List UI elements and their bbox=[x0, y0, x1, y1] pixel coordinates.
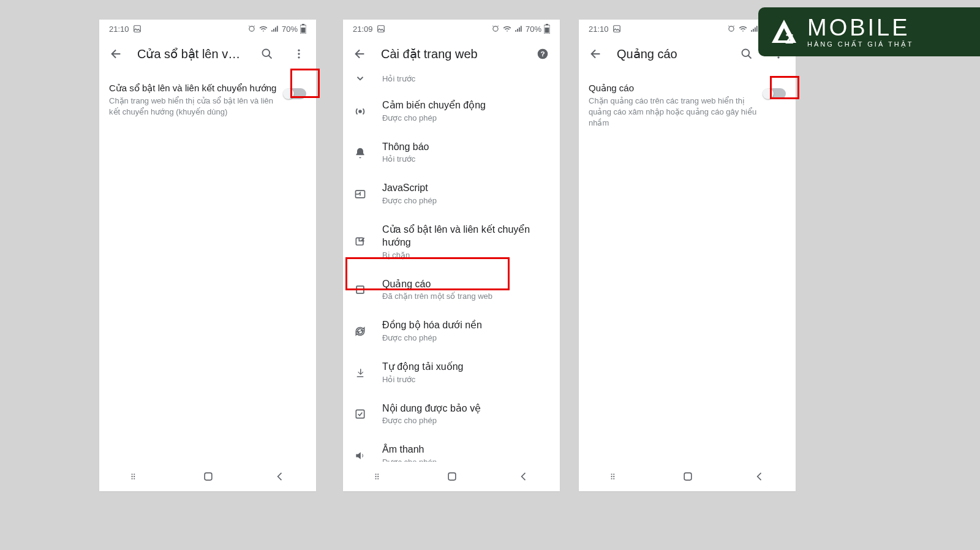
site-settings-list: Hỏi trước Cảm biến chuyển động Được cho … bbox=[343, 70, 560, 462]
svg-point-28 bbox=[777, 56, 779, 58]
home-button[interactable] bbox=[446, 470, 458, 483]
list-item-javascript[interactable]: JavaScript Được cho phép bbox=[343, 173, 560, 215]
list-item[interactable]: Hỏi trước bbox=[343, 70, 560, 91]
recents-button[interactable] bbox=[129, 470, 143, 483]
alarm-icon bbox=[727, 24, 736, 33]
search-icon bbox=[741, 48, 753, 60]
setting-subtitle: Chặn trang web hiển thị cửa sổ bật lên v… bbox=[109, 96, 279, 118]
setting-subtitle: Chặn quảng cáo trên các trang web hiển t… bbox=[589, 96, 759, 129]
motion-icon bbox=[353, 105, 367, 118]
popup-icon bbox=[354, 236, 366, 248]
phone-screen-3: 21:10 70% Quảng cáo Quảng cáo Chặn quảng… bbox=[579, 20, 796, 491]
popup-setting-row[interactable]: Cửa sổ bật lên và liên kết chuyển hướng … bbox=[109, 76, 306, 124]
svg-rect-11 bbox=[546, 24, 548, 25]
back-arrow-icon bbox=[110, 47, 123, 61]
highlight-box bbox=[290, 69, 320, 98]
signal-icon bbox=[514, 24, 523, 33]
back-button[interactable] bbox=[105, 43, 127, 65]
image-icon bbox=[377, 24, 385, 33]
nav-back-button[interactable] bbox=[274, 470, 286, 483]
check-box-icon bbox=[354, 408, 366, 420]
recents-button[interactable] bbox=[373, 470, 386, 483]
page-title: Quảng cáo bbox=[617, 47, 726, 61]
status-bar: 21:09 70% bbox=[343, 20, 560, 38]
nav-bar bbox=[579, 462, 796, 491]
help-button[interactable]: ? bbox=[532, 43, 554, 65]
ads-setting-row[interactable]: Quảng cáo Chặn quảng cáo trên các trang … bbox=[589, 76, 786, 135]
battery-percent: 70% bbox=[526, 24, 541, 34]
svg-rect-12 bbox=[545, 28, 549, 33]
brand-logo-icon: Z bbox=[767, 15, 801, 49]
list-item-sub: Được cho phép bbox=[382, 113, 550, 124]
svg-rect-3 bbox=[301, 28, 306, 33]
list-item-sound[interactable]: Âm thanh Được cho phép bbox=[343, 435, 560, 462]
search-button[interactable] bbox=[736, 43, 758, 65]
more-button[interactable] bbox=[288, 43, 310, 65]
back-button[interactable] bbox=[585, 43, 607, 65]
nav-bar bbox=[99, 462, 316, 491]
list-item-notifications[interactable]: Thông báo Hỏi trước bbox=[343, 132, 560, 174]
status-time: 21:10 bbox=[589, 24, 609, 34]
home-button[interactable] bbox=[682, 470, 694, 483]
more-vert-icon bbox=[293, 48, 305, 60]
svg-point-6 bbox=[298, 53, 300, 55]
list-item-motion[interactable]: Cảm biến chuyển động Được cho phép bbox=[343, 91, 560, 132]
status-bar: 21:10 70% bbox=[99, 20, 316, 38]
home-button[interactable] bbox=[202, 470, 214, 483]
nav-back-button[interactable] bbox=[518, 470, 530, 483]
list-item-title: Âm thanh bbox=[382, 443, 550, 456]
highlight-box bbox=[770, 76, 799, 99]
list-item-title: Tự động tải xuống bbox=[382, 361, 550, 374]
signal-icon bbox=[271, 24, 279, 33]
list-item-sub: Được cho phép bbox=[382, 458, 550, 462]
status-time: 21:10 bbox=[109, 24, 129, 34]
list-item-title: Nội dung được bảo vệ bbox=[382, 402, 550, 415]
search-button[interactable] bbox=[256, 43, 278, 65]
svg-point-4 bbox=[263, 50, 270, 57]
svg-text:?: ? bbox=[540, 50, 545, 58]
svg-rect-8 bbox=[205, 473, 212, 480]
image-icon bbox=[612, 24, 621, 33]
chevron-down-icon bbox=[355, 73, 366, 84]
list-item-title: JavaScript bbox=[382, 182, 550, 195]
back-button[interactable] bbox=[349, 43, 371, 65]
battery-percent: 70% bbox=[282, 24, 298, 34]
svg-rect-21 bbox=[613, 26, 620, 32]
svg-rect-19 bbox=[356, 410, 364, 418]
svg-rect-2 bbox=[302, 24, 304, 25]
recents-button[interactable] bbox=[609, 470, 622, 483]
phone-screen-1: 21:10 70% Cửa sổ bật lên và liê... Cửa s… bbox=[99, 20, 316, 491]
app-bar: Cài đặt trang web ? bbox=[343, 38, 560, 70]
list-item-title: Đồng bộ hóa dưới nền bbox=[382, 319, 550, 332]
setting-title: Cửa sổ bật lên và liên kết chuyển hướng bbox=[109, 82, 279, 94]
battery-icon bbox=[300, 24, 306, 34]
sync-icon bbox=[354, 325, 366, 337]
svg-text:Z: Z bbox=[785, 31, 793, 47]
list-item-protected[interactable]: Nội dung được bảo vệ Được cho phép bbox=[343, 394, 560, 435]
svg-rect-0 bbox=[134, 26, 140, 32]
wifi-icon bbox=[258, 24, 268, 33]
svg-point-25 bbox=[742, 50, 750, 57]
setting-title: Quảng cáo bbox=[589, 82, 759, 94]
list-item-sub: Hỏi trước bbox=[382, 74, 550, 85]
alarm-icon bbox=[491, 24, 500, 33]
nav-back-button[interactable] bbox=[753, 470, 766, 483]
svg-rect-29 bbox=[684, 473, 692, 480]
svg-rect-9 bbox=[377, 26, 384, 32]
app-bar: Cửa sổ bật lên và liê... bbox=[99, 38, 316, 70]
svg-point-15 bbox=[359, 110, 361, 113]
svg-rect-20 bbox=[448, 473, 456, 480]
battery-icon bbox=[544, 24, 550, 34]
wifi-icon bbox=[738, 24, 748, 33]
list-item-download[interactable]: Tự động tải xuống Hỏi trước bbox=[343, 352, 560, 394]
list-item-title: Cửa sổ bật lên và liên kết chuyển hướng bbox=[382, 224, 550, 249]
javascript-icon bbox=[354, 188, 366, 200]
sound-icon bbox=[354, 450, 366, 462]
page-title: Cài đặt trang web bbox=[381, 47, 522, 61]
signal-icon bbox=[750, 24, 759, 33]
list-item-title: Cảm biến chuyển động bbox=[382, 99, 550, 112]
phone-screen-2: 21:09 70% Cài đặt trang web ? Hỏi trước bbox=[343, 20, 560, 491]
wifi-icon bbox=[502, 24, 512, 33]
list-item-sub: Hỏi trước bbox=[382, 375, 550, 385]
list-item-sync[interactable]: Đồng bộ hóa dưới nền Được cho phép bbox=[343, 311, 560, 352]
